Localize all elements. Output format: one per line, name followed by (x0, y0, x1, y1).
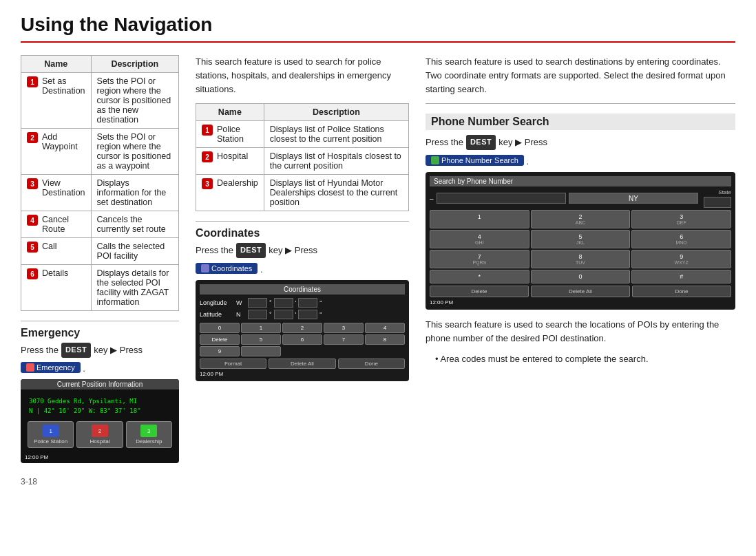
em-btn-label-2: Dealership (128, 438, 170, 445)
coord-key-8[interactable]: 8 (365, 334, 405, 345)
phone-action-delete-all[interactable]: Delete All (531, 286, 630, 297)
coord-btn-icon (201, 264, 209, 272)
press-text-phone: Press the (426, 134, 463, 150)
phone-key-8[interactable]: 8TUV (531, 250, 631, 268)
phone-key-#[interactable]: # (631, 270, 731, 284)
coord-screen: Coordinates Longitude W ° ' " Latitude N… (196, 280, 409, 381)
phone-button-label[interactable]: Phone Number Search (426, 155, 524, 166)
title-divider (21, 41, 735, 43)
mid-column: This search feature is used to search fo… (196, 55, 409, 463)
page-number: 3-18 (21, 477, 735, 486)
phone-key-1[interactable]: 1 (430, 210, 529, 228)
coord-key-delete[interactable]: Delete (200, 334, 240, 345)
table-row: 3 Dealership Displays list of Hyundai Mo… (196, 175, 409, 211)
em-name-cell: 1 PoliceStation (196, 121, 264, 148)
phone-numpad: 12ABC3DEF4GHI5JKL6MNO7PQRS8TUV9WXYZ*0# (430, 210, 731, 284)
phone-key-2[interactable]: 2ABC (531, 210, 631, 228)
coord-long-input1[interactable] (248, 298, 267, 308)
emergency-section-rule (21, 321, 179, 321)
row-name: Set asDestination (42, 76, 85, 96)
coord-key-4[interactable]: 4 (365, 323, 405, 333)
row-num-badge: 1 (27, 76, 38, 87)
coord-long-input3[interactable] (298, 298, 317, 308)
emergency-heading: Emergency (21, 327, 179, 339)
coord-lat-dir: N (236, 311, 246, 318)
emergency-screen-timestamp: 12:00 PM (25, 454, 48, 460)
emergency-screen-btn-police[interactable]: 1 Police Station (28, 421, 74, 448)
em-name-cell: 3 Dealership (196, 175, 264, 211)
coord-lat-input1[interactable] (248, 310, 267, 319)
coord-long-input2[interactable] (274, 298, 293, 308)
main-layout: Name Description 1 Set asDestination Set… (21, 55, 735, 463)
table-row: 1 Set asDestination Sets the POI or regi… (21, 73, 179, 129)
coord-key-1[interactable]: 1 (241, 323, 281, 333)
coord-screen-timestamp: 12:00 PM (200, 371, 405, 377)
phone-key-*[interactable]: * (430, 270, 529, 284)
phone-action-delete[interactable]: Delete (430, 286, 529, 297)
table-row: 6 Details Displays details for the selec… (21, 265, 179, 311)
emergency-screen-btn-hospital[interactable]: 2 Hospital (76, 421, 123, 448)
phone-key-4[interactable]: 4GHI (430, 230, 529, 248)
table-row: 2 Hospital Displays list of Hospitals cl… (196, 148, 409, 175)
phone-key-7[interactable]: 7PQRS (430, 250, 529, 268)
phone-input2[interactable]: NY (569, 193, 698, 204)
coord-key-0[interactable]: 0 (200, 323, 240, 333)
em-btn-label-0: Police Station (30, 438, 72, 445)
poi-desc-cell: Cancels the currently set route (91, 211, 178, 238)
table-row: 4 CancelRoute Cancels the currently set … (21, 211, 179, 238)
right-column: This search feature is used to search de… (426, 55, 735, 463)
table-header-desc: Description (91, 56, 178, 73)
left-column: Name Description 1 Set asDestination Set… (21, 55, 179, 463)
phone-input-row: – NY State (430, 189, 731, 208)
coord-button-label[interactable]: Coordinates (196, 263, 258, 274)
phone-btn-icon (431, 156, 439, 164)
coord-action-delete-all[interactable]: Delete All (269, 359, 335, 369)
coord-longitude-row: Longitude W ° ' " (200, 298, 405, 308)
coord-key-6[interactable]: 6 (282, 334, 322, 345)
emergency-button-label[interactable]: Emergency (21, 362, 81, 373)
coord-key-5[interactable]: 5 (241, 334, 281, 345)
coord-key-3[interactable]: 3 (324, 323, 364, 333)
phone-key-5[interactable]: 5JKL (531, 230, 631, 248)
phone-state-box[interactable] (704, 197, 731, 208)
coord-key-7[interactable]: 7 (324, 334, 364, 345)
table-row: 3 ViewDestination Displays information f… (21, 175, 179, 211)
coord-lat-input3[interactable] (298, 310, 317, 319)
coord-lat-input2[interactable] (274, 310, 293, 319)
phone-key-3[interactable]: 3DEF (631, 210, 731, 228)
table-header-name: Name (21, 56, 92, 73)
table-row: 5 Call Calls the selected POI facility (21, 238, 179, 265)
phone-key-6[interactable]: 6MNO (631, 230, 731, 248)
phone-press-line: Press the DEST key ▶ Press (426, 134, 735, 150)
emergency-screen: Current Position Information 3070 Geddes… (21, 379, 179, 463)
coord-latitude-row: Latitude N ° ' " (200, 310, 405, 319)
row-num-badge: 3 (27, 178, 38, 189)
phone-key-9[interactable]: 9WXYZ (631, 250, 731, 268)
coord-section-rule (196, 221, 409, 222)
coord-press-line: Press the DEST key ▶ Press (196, 242, 409, 258)
em-desc-cell: Displays list of Hyundai Motor Dealershi… (264, 175, 408, 211)
phone-desc1: This search feature is used to search th… (426, 318, 735, 345)
phone-screen-title: Search by Phone Number (430, 176, 731, 186)
phone-screen-timestamp: 12:00 PM (430, 299, 731, 306)
phone-key-0[interactable]: 0 (531, 270, 631, 284)
coord-key-2[interactable]: 2 (282, 323, 322, 333)
coord-long-label: Longitude (200, 299, 234, 306)
emergency-press-line: Press the DEST key ▶ Press (21, 342, 179, 358)
poi-desc-cell: Calls the selected POI facility (91, 238, 178, 265)
coord-lat-label: Latitude (200, 311, 234, 318)
poi-desc-cell: Displays information for the set destina… (91, 175, 178, 211)
phone-input1[interactable] (437, 193, 566, 204)
coord-action-done[interactable]: Done (338, 359, 405, 369)
poi-name-cell: 3 ViewDestination (21, 175, 92, 211)
phone-heading: Phone Number Search (426, 114, 735, 130)
coord-key-9[interactable]: 9 (200, 346, 240, 356)
press-text-em: Press the (21, 342, 59, 358)
emergency-screen-btn-dealership[interactable]: 3 Dealership (126, 421, 172, 448)
phone-dash: – (430, 195, 434, 202)
em-row-badge: 1 (202, 125, 213, 136)
poi-name-cell: 6 Details (21, 265, 92, 311)
coord-action-format[interactable]: Format (200, 359, 266, 369)
phone-action-done[interactable]: Done (632, 286, 731, 297)
hospital-icon: 2 (92, 425, 108, 437)
